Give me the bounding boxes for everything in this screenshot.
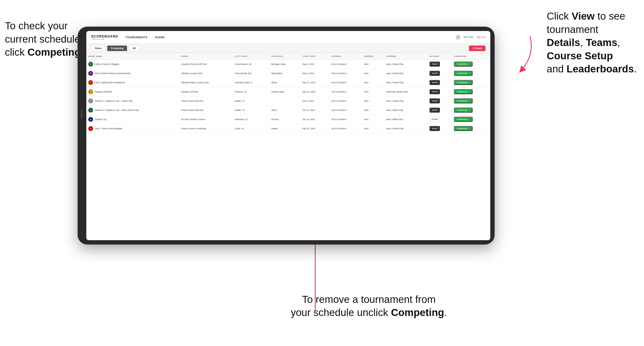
nav-bar: SCOREBOARD Powered by clippi TOURNAMENTS… — [86, 31, 490, 44]
venue-cell: Olympia Fields Country Club — [179, 78, 233, 87]
gender-cell: Men — [362, 69, 384, 78]
competing-cell[interactable]: Competing ✓ — [452, 69, 490, 78]
gender-cell: Men — [362, 60, 384, 69]
event-name-cell: A Copper Cup — [86, 115, 179, 124]
nav-teams[interactable]: TEAMS — [155, 36, 165, 39]
view-button[interactable]: View ℹ — [430, 126, 440, 131]
competing-cell[interactable]: Competing ✓ — [452, 87, 490, 96]
scoring-cell: team, Match Play — [384, 106, 428, 115]
annotation-competing-bold: Competing — [28, 46, 80, 58]
actions-cell[interactable]: View ℹ — [428, 78, 452, 87]
event-name-cell: I OFCC Fighting Illini Invitational — [86, 78, 179, 87]
venue-cell: Papago Golf Club — [179, 87, 233, 96]
division-cell: NCAA Division I — [330, 87, 362, 96]
competing-badge[interactable]: Competing ✓ — [454, 89, 472, 94]
actions-cell[interactable]: View ℹ — [428, 60, 452, 69]
scoring-cell: team, Stroke Play — [384, 60, 428, 69]
competing-badge[interactable]: Competing ✓ — [454, 61, 472, 67]
competing-badge[interactable]: Competing ✓ — [454, 80, 472, 85]
col-gender: GENDER — [362, 53, 384, 60]
start-date-cell: Jan 14, 2024 — [300, 115, 330, 124]
event-name-cell: H John A. Burns Intercollegiate — [86, 124, 179, 133]
hosted-by-cell: Washington — [269, 69, 300, 78]
event-name: 2023 Sahalee Players Championship — [94, 72, 130, 75]
city-state-cell: Sammamish, WA — [233, 69, 270, 78]
city-state-cell: Grand Haven, MI — [233, 60, 270, 69]
division-cell: NCAA Division I — [330, 106, 362, 115]
gender-cell: Men — [362, 124, 384, 133]
actions-cell[interactable]: View ℹ — [428, 69, 452, 78]
event-name: Jackson T. Stephens Cup – Stroke Play — [94, 100, 133, 102]
division-cell: NCAA Division I — [330, 78, 362, 87]
event-name: Jackson T. Stephens Cup – Men's Match Pl… — [94, 109, 139, 111]
annotation-bottom-period: . — [444, 307, 447, 318]
nav-signout[interactable]: Sign out — [476, 36, 486, 38]
actions-cell[interactable]: View ℹ — [428, 124, 452, 133]
col-scoring: SCORING — [384, 53, 428, 60]
event-name: Copper Cup — [94, 118, 106, 121]
table-row: S Folds of Honor Collegiate American Dun… — [86, 60, 490, 69]
create-button[interactable]: + Create — [469, 45, 486, 51]
event-name-cell: J Jackson T. Stephens Cup – Stroke Play — [86, 96, 179, 106]
competing-cell[interactable]: Competing ✓ — [452, 124, 490, 133]
competing-cell[interactable]: Competing ✓ — [452, 96, 490, 106]
division-cell: NCAA Division I — [330, 60, 362, 69]
hosted-by-cell: ABAC — [269, 106, 300, 115]
filter-home-btn[interactable]: Home — [91, 45, 105, 51]
city-state-cell: Maricopa, AZ — [233, 115, 270, 124]
view-button[interactable]: View ℹ — [430, 108, 440, 113]
filter-competing-btn[interactable]: Competing — [107, 45, 127, 51]
col-city-state: CITY, STATE — [233, 53, 270, 60]
annotation-and: and — [547, 63, 567, 75]
view-button[interactable]: View ℹ — [430, 61, 440, 67]
filter-all-btn[interactable]: All — [129, 45, 140, 51]
team-logo: A — [88, 117, 93, 122]
actions-cell[interactable]: View ℹ — [428, 96, 452, 106]
view-button[interactable]: View ℹ — [430, 71, 440, 76]
competing-cell[interactable]: Competing ✓ — [452, 60, 490, 69]
actions-cell[interactable]: ✏ Edit — [428, 115, 452, 124]
competing-cell[interactable]: Competing ✓ — [452, 78, 490, 87]
competing-cell[interactable]: Competing ✓ — [452, 115, 490, 124]
city-state-cell: Olympia Fields, IL — [233, 78, 270, 87]
hosted-by-cell: Hawaii — [269, 124, 300, 133]
team-logo: J — [88, 99, 93, 103]
table-row: H John A. Burns Intercollegiate Ocean Co… — [86, 124, 490, 133]
team-logo: J — [88, 108, 93, 113]
start-date-cell: Sep 9, 2023 — [300, 69, 330, 78]
table-row: I OFCC Fighting Illini Invitational Olym… — [86, 78, 490, 87]
competing-badge[interactable]: Competing ✓ — [454, 71, 472, 76]
table-row: J Jackson T. Stephens Cup – Men's Match … — [86, 106, 490, 115]
edit-button[interactable]: ✏ Edit — [430, 117, 440, 122]
competing-badge[interactable]: Competing ✓ — [454, 126, 472, 131]
competing-badge[interactable]: Competing ✓ — [454, 117, 472, 122]
nav-tournaments[interactable]: TOURNAMENTS — [125, 36, 148, 39]
view-button[interactable]: View ℹ — [430, 89, 440, 94]
competing-badge[interactable]: Competing ✓ — [454, 108, 472, 113]
division-cell: NCAA Division I — [330, 124, 362, 133]
actions-cell[interactable]: View ℹ — [428, 106, 452, 115]
annotation-to-see: to see — [594, 10, 625, 22]
city-state-cell: Phoenix, AZ — [233, 87, 270, 96]
actions-cell[interactable]: View ℹ — [428, 87, 452, 96]
gender-cell: Men — [362, 87, 384, 96]
view-button[interactable]: View ℹ — [430, 80, 440, 85]
venue-cell: Ocean Course At Hokuala — [179, 124, 233, 133]
col-event-name: EVENT NAME — [86, 53, 179, 60]
col-start-date: START DATE — [300, 53, 330, 60]
nav-logo: SCOREBOARD Powered by clippi — [91, 34, 118, 40]
hosted-by-cell: Illinois — [269, 78, 300, 87]
competing-cell[interactable]: Competing ✓ — [452, 106, 490, 115]
table-body: S Folds of Honor Collegiate American Dun… — [86, 60, 490, 133]
annotation-line2: current schedule, — [5, 33, 83, 45]
competing-badge[interactable]: Competing ✓ — [454, 98, 472, 103]
nav-right: Test User Sign out — [456, 35, 486, 40]
hosted-by-cell: Michigan State — [269, 60, 300, 69]
view-button[interactable]: View ℹ — [430, 98, 440, 103]
team-logo: W — [88, 71, 93, 76]
user-icon — [456, 35, 460, 40]
annotation-bottom-competing-bold: Competing — [391, 307, 444, 318]
annotation-click: Click — [547, 10, 572, 22]
annotation-comma2: , — [617, 37, 620, 48]
gender-cell: Men — [362, 106, 384, 115]
